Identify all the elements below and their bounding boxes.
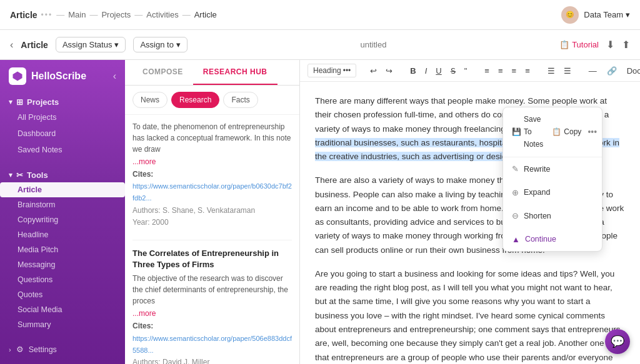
summary-label: Summary [18,320,51,329]
top-bar: Article ••• — Main — Projects — Activiti… [0,0,640,30]
social-media-label: Social Media [18,305,62,314]
back-button[interactable]: ‹ [10,39,13,51]
undo-button[interactable]: ↩ [366,64,381,77]
assign-status-chevron-icon: ▾ [114,40,119,49]
context-menu-more-button[interactable]: ••• [588,125,597,139]
research-more-link[interactable]: ...more [132,157,156,166]
sub-toolbar: ‹ Article Assign Status ▾ Assign to ▾ 📋 … [0,30,640,60]
brainstorm-label: Brainstorm [18,200,55,209]
sidebar-item-article[interactable]: Article [0,182,125,197]
chat-bubble[interactable]: 💬 [605,329,630,354]
shorten-button[interactable]: ⊖ Shorten [503,204,602,227]
sidebar-item-all-projects[interactable]: All Projects [0,109,125,125]
cites-label: Cites: [132,322,153,330]
sidebar-item-messaging[interactable]: Messaging [0,257,125,272]
breadcrumb-article: Article [10,10,38,20]
sidebar-item-media-pitch[interactable]: Media Pitch [0,242,125,257]
copy-label: Copy [564,126,581,139]
research-more-link[interactable]: ...more [132,309,156,318]
research-item-title: The Correlates of Entrepreneurship in Th… [132,248,292,270]
assign-status-button[interactable]: Assign Status ▾ [56,37,126,52]
filter-news-button[interactable]: News [132,92,168,108]
logo-area: HelloScribe ‹ [0,60,125,92]
tools-list: Article Brainstorm Copywriting Headline … [0,182,125,332]
context-menu-top-actions: 💾 Save To Notes 📋 Copy ••• [503,107,602,157]
editor-content[interactable]: There are many different ways that peopl… [300,82,640,364]
continue-icon: ▲ [512,233,520,246]
link-button[interactable]: 🔗 [603,64,621,77]
document-title-input[interactable] [195,40,552,49]
tutorial-button[interactable]: 📋 Tutorial [559,40,599,49]
tab-compose[interactable]: COMPOSE [132,60,193,85]
research-item-desc: To date, the phenomenon of entrepreneurs… [132,121,292,155]
sidebar: HelloScribe ‹ ▾ ⊞ Projects All Projects … [0,60,125,364]
breadcrumb-projects: Projects [101,10,131,19]
bold-button[interactable]: B [406,64,419,77]
sidebar-item-saved-notes[interactable]: Saved Notes [0,142,125,158]
unordered-list-button[interactable]: ☰ [544,64,559,77]
headline-label: Headline [18,230,48,239]
breadcrumb-sep0: — [56,10,64,19]
continue-label: Continue [525,233,556,246]
content-area: COMPOSE RESEARCH HUB News Research Facts… [125,60,640,364]
sidebar-item-social-media[interactable]: Social Media [0,302,125,317]
save-icon: 💾 [512,126,521,139]
blockquote-button[interactable]: " [461,64,471,77]
expand-button[interactable]: ⊕ Expand [503,181,602,204]
sidebar-item-dashboard[interactable]: Dashboard [0,125,125,142]
chevron-down-icon: ▾ [626,10,630,19]
heading-dropdown[interactable]: Heading ••• [308,64,356,77]
logo-icon [9,67,26,85]
article-title-label: Article [21,40,48,50]
rewrite-button[interactable]: ✎ Rewrite [503,157,602,180]
strikethrough-button[interactable]: S̶ [447,64,459,77]
assign-to-button[interactable]: Assign to ▾ [133,37,187,52]
filter-facts-button[interactable]: Facts [223,92,258,108]
team-button[interactable]: Data Team ▾ [584,10,630,19]
sidebar-item-headline[interactable]: Headline [0,227,125,242]
sidebar-settings[interactable]: › ⚙ Settings [0,340,125,359]
compose-research-tabs: COMPOSE RESEARCH HUB [125,60,299,86]
italic-button[interactable]: I [421,64,431,77]
share-button[interactable]: ⬆ [622,39,630,51]
research-item: The Correlates of Entrepreneurship in Th… [132,248,292,364]
expand-icon: ⊕ [512,186,519,199]
toolbar-list-group: ☰ ☰ [544,64,575,77]
horizontal-rule-button[interactable]: — [585,64,601,77]
context-menu: 💾 Save To Notes 📋 Copy ••• ✎ Rewrite [502,107,602,252]
breadcrumb-dots: ••• [41,11,53,19]
underline-button[interactable]: U [432,64,445,77]
align-left-button[interactable]: ≡ [481,64,493,77]
tutorial-label: Tutorial [572,40,599,49]
sidebar-item-copywriting[interactable]: Copywriting [0,212,125,227]
filter-research-button[interactable]: Research [171,92,219,108]
questions-label: Questions [18,275,52,284]
sidebar-item-brainstorm[interactable]: Brainstorm [0,197,125,212]
save-to-notes-button[interactable]: 💾 Save To Notes [509,112,546,152]
research-item: To date, the phenomenon of entrepreneurs… [132,121,292,229]
redo-button[interactable]: ↪ [382,64,396,77]
copy-button[interactable]: 📋 Copy [549,125,584,140]
authors-value: S. Shane, S. Venkataraman [162,206,255,215]
sidebar-section-projects[interactable]: ▾ ⊞ Projects [0,92,125,109]
sidebar-help[interactable]: › ? Help & Tutorials [0,359,125,364]
authors-label: Authors: [132,206,161,215]
rewrite-label: Rewrite [524,163,550,176]
sidebar-collapse-button[interactable]: ‹ [113,71,116,82]
align-justify-button[interactable]: ≡ [521,64,534,77]
doc-button[interactable]: Doc [623,64,640,77]
sidebar-section-tools[interactable]: ▾ ✂ Tools [0,165,125,182]
gear-icon: ⚙ [16,345,24,354]
tab-research-hub[interactable]: RESEARCH HUB [193,60,278,85]
ordered-list-button[interactable]: ☰ [560,64,575,77]
breadcrumb: Article ••• — Main — Projects — Activiti… [10,10,217,20]
sidebar-item-summary[interactable]: Summary [0,317,125,332]
sidebar-item-quotes[interactable]: Quotes [0,287,125,302]
assign-status-label: Assign Status [62,40,112,49]
align-right-button[interactable]: ≡ [508,64,521,77]
continue-button[interactable]: ▲ Continue [503,228,602,251]
download-button[interactable]: ⬇ [606,39,614,51]
heading-label: Heading [313,66,341,75]
align-center-button[interactable]: ≡ [494,64,507,77]
sidebar-item-questions[interactable]: Questions [0,272,125,287]
